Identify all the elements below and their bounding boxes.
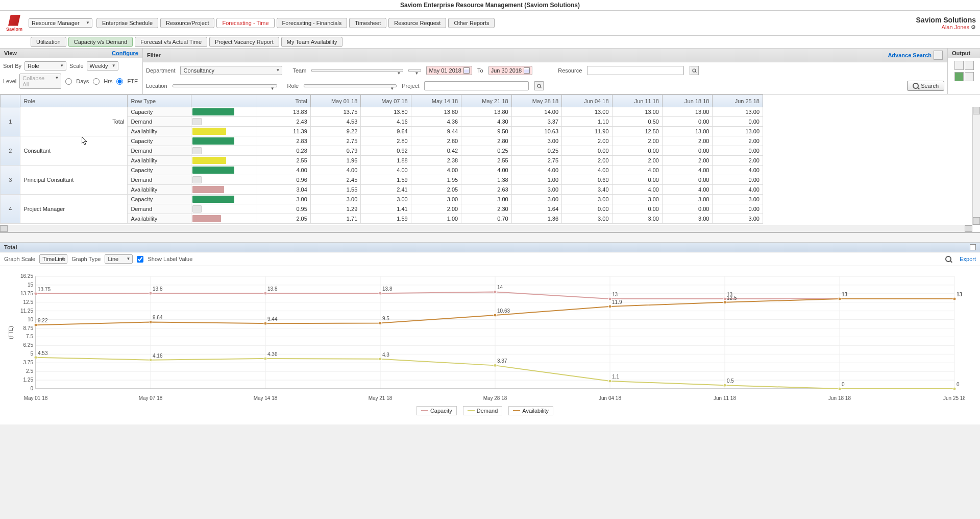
bar-cell: [191, 156, 257, 166]
nav-tab-timesheet[interactable]: Timesheet: [349, 18, 386, 28]
sub-tab-capacity-v-s-demand[interactable]: Capacity v/s Demand: [68, 37, 133, 47]
value-cell: 0.00: [662, 146, 712, 156]
sub-tab-my-team-availability[interactable]: My Team Availability: [281, 37, 343, 47]
graph-scale-select[interactable]: TimeLine: [39, 254, 67, 264]
bar-cell: [191, 204, 257, 214]
zoom-icon[interactable]: [945, 256, 951, 262]
svg-text:May 07 18: May 07 18: [139, 395, 163, 401]
level-select[interactable]: Collapse All: [19, 74, 61, 89]
nav-tab-other-reports[interactable]: Other Reports: [448, 18, 495, 28]
col-header[interactable]: [1, 95, 20, 107]
value-cell: 9.64: [361, 127, 411, 136]
date-from[interactable]: May 01 2018: [426, 66, 472, 75]
col-header[interactable]: Total: [257, 95, 310, 107]
department-select[interactable]: Consultancy: [180, 66, 282, 75]
hrs-radio[interactable]: [93, 78, 100, 85]
user-name[interactable]: Alan Jones: [942, 24, 969, 30]
collapse-icon[interactable]: [970, 244, 976, 250]
sub-tab-utilization[interactable]: Utilization: [31, 37, 66, 47]
advance-search-link[interactable]: Advance Search: [888, 52, 932, 58]
role-cell[interactable]: Project Manager: [20, 195, 128, 224]
value-cell: 13.80: [361, 107, 411, 117]
sort-by-select[interactable]: Role: [24, 61, 66, 70]
graph-scale-label: Graph Scale: [4, 256, 35, 262]
output-excel-icon[interactable]: [954, 72, 964, 81]
project-input[interactable]: [424, 81, 529, 90]
col-header[interactable]: May 28 18: [511, 95, 561, 107]
output-icon-2[interactable]: [965, 61, 974, 70]
col-header[interactable]: May 01 18: [310, 95, 360, 107]
svg-text:9.64: 9.64: [153, 315, 163, 320]
prefix-select[interactable]: [408, 69, 421, 72]
nav-tab-forecasting-time[interactable]: Forecasting - Time: [216, 18, 274, 28]
nav-tab-resource-project[interactable]: Resource/Project: [160, 18, 214, 28]
horizontal-scrollbar[interactable]: [0, 225, 972, 232]
configure-link[interactable]: Configure: [112, 50, 138, 56]
gear-icon[interactable]: ⚙: [971, 24, 976, 31]
output-icon-4[interactable]: [965, 72, 974, 81]
filters-row: View Configure Sort By Role Scale Weekly…: [0, 48, 980, 95]
date-to[interactable]: Jun 30 2018: [488, 66, 533, 75]
value-cell: 0.79: [310, 146, 360, 156]
row-type: Demand: [128, 175, 191, 185]
col-header[interactable]: Row Type: [128, 95, 191, 107]
nav-tab-forecasting-financials[interactable]: Forecasting - Financials: [277, 18, 348, 28]
value-cell: 3.00: [511, 136, 561, 146]
legend-item[interactable]: Availability: [508, 406, 553, 415]
output-icon-1[interactable]: [954, 61, 964, 70]
header-right: Saviom Solutions Alan Jones⚙: [916, 16, 976, 31]
svg-text:Jun 11 18: Jun 11 18: [714, 395, 736, 401]
team-select[interactable]: [311, 69, 403, 72]
export-link[interactable]: Export: [960, 256, 976, 262]
fte-radio[interactable]: [116, 78, 123, 85]
splitter[interactable]: [0, 232, 980, 243]
role-cell[interactable]: Consultant: [20, 136, 128, 166]
resource-input[interactable]: [587, 66, 684, 75]
col-header[interactable]: [191, 95, 257, 107]
value-cell: 0.00: [713, 204, 763, 214]
svg-text:13: 13: [957, 292, 963, 297]
project-search-icon[interactable]: [534, 81, 544, 90]
vertical-scrollbar[interactable]: [972, 107, 980, 225]
svg-point-59: [608, 297, 611, 300]
col-header[interactable]: Jun 11 18: [612, 95, 662, 107]
graph-type-select[interactable]: Line: [105, 254, 133, 264]
svg-text:13.75: 13.75: [38, 287, 51, 292]
view-panel: View Configure Sort By Role Scale Weekly…: [0, 48, 143, 94]
resource-search-icon[interactable]: [690, 66, 699, 75]
legend-item[interactable]: Capacity: [416, 406, 457, 415]
col-header[interactable]: May 14 18: [411, 95, 461, 107]
sub-tab-project-vacancy-report[interactable]: Project Vacancy Report: [209, 37, 279, 47]
value-cell: 3.00: [411, 195, 461, 204]
col-header[interactable]: Jun 04 18: [562, 95, 612, 107]
col-header[interactable]: Jun 18 18: [662, 95, 712, 107]
advance-search-icon[interactable]: [934, 51, 943, 60]
row-type: Capacity: [128, 136, 191, 146]
col-header[interactable]: Jun 25 18: [713, 95, 763, 107]
filter-title: Filter: [147, 52, 161, 58]
value-cell: 2.55: [257, 156, 310, 166]
role-selector[interactable]: Resource Manager: [29, 18, 92, 28]
svg-text:4.36: 4.36: [267, 351, 278, 357]
value-cell: 2.00: [411, 204, 461, 214]
role-cell[interactable]: Principal Consultant: [20, 166, 128, 195]
search-button[interactable]: Search: [907, 81, 944, 91]
sub-tab-forecast-v-s-actual-time[interactable]: Forecast v/s Actual Time: [135, 37, 207, 47]
col-header[interactable]: May 21 18: [461, 95, 511, 107]
svg-point-49: [34, 292, 37, 295]
show-label-checkbox[interactable]: [137, 256, 143, 263]
nav-tab-resource-request[interactable]: Resource Request: [388, 18, 446, 28]
value-cell: 3.00: [612, 214, 662, 224]
role-select[interactable]: [304, 84, 397, 87]
role-cell[interactable]: Total: [20, 107, 128, 136]
nav-tab-enterprise-schedule[interactable]: Enterprise Schedule: [96, 18, 158, 28]
scale-select[interactable]: Weekly: [87, 61, 118, 70]
value-cell: 2.80: [411, 136, 461, 146]
location-select[interactable]: [173, 84, 277, 87]
resource-label: Resource: [558, 67, 582, 74]
days-radio[interactable]: [65, 78, 72, 85]
col-header[interactable]: May 07 18: [361, 95, 411, 107]
col-header[interactable]: Role: [20, 95, 128, 107]
legend-item[interactable]: Demand: [463, 406, 503, 415]
value-cell: 0.00: [713, 146, 763, 156]
